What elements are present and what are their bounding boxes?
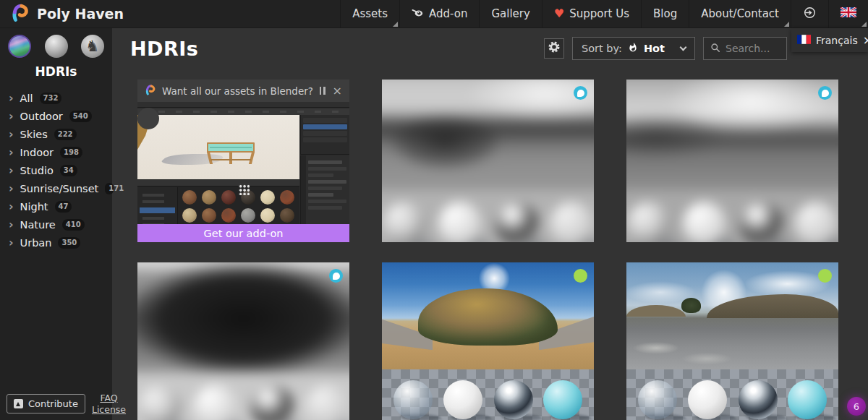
hdri-card-new-1[interactable] (382, 262, 594, 420)
asset-type-switcher: ♞ (0, 28, 112, 61)
hdri-card-upcoming-1[interactable] (382, 80, 594, 242)
all-assets-icon[interactable] (137, 108, 159, 129)
chevron-right-icon: › (9, 93, 14, 104)
top-nav: Poly Haven Assets Add-on Galle (0, 0, 868, 28)
blender-viewport (137, 115, 299, 179)
ad-header: Want all our assets in Blender? × (137, 80, 349, 102)
uk-flag-icon (841, 7, 856, 20)
chevron-right-icon: › (9, 129, 14, 140)
brand-name: Poly Haven (37, 6, 124, 22)
page-header: HDRIs Sort by: Hot (112, 28, 868, 69)
get-addon-button[interactable]: Get our add-on (137, 224, 349, 242)
asset-grid: Want all our assets in Blender? × (137, 80, 838, 420)
sidebar: ♞ HDRIs › All 732 › Outdoor 540 › Skies … (0, 28, 112, 420)
sort-label: Sort by: (582, 43, 622, 54)
nav-addon[interactable]: Add-on (399, 0, 479, 27)
nav-language-flag[interactable] (828, 0, 868, 27)
nav-about-contact[interactable]: About/Contact (689, 0, 791, 27)
chevron-right-icon: › (9, 183, 14, 194)
faq-link[interactable]: FAQ (100, 393, 117, 404)
count-badge: 350 (58, 237, 80, 249)
category-sunrise-sunset[interactable]: › Sunrise/Sunset 171 (0, 179, 112, 197)
france-flag-icon (797, 33, 811, 47)
hdri-card-new-2[interactable] (626, 262, 838, 420)
language-option-francais[interactable]: Français × (791, 28, 868, 52)
ad-title: Want all our assets in Blender? (162, 85, 313, 97)
chevron-down-icon (680, 43, 687, 51)
upcoming-asset-badge (574, 86, 587, 100)
category-outdoor[interactable]: › Outdoor 540 (0, 107, 112, 125)
chevron-right-icon: › (9, 111, 14, 122)
nav-gallery[interactable]: Gallery (479, 0, 541, 27)
dropdown-corner-icon (393, 22, 398, 27)
count-badge: 540 (69, 111, 92, 122)
dropdown-corner-icon (861, 22, 867, 27)
category-night[interactable]: › Night 47 (0, 197, 112, 215)
contribute-button[interactable]: Contribute (7, 394, 85, 413)
sidebar-title: HDRIs (0, 64, 112, 79)
textures-icon[interactable] (45, 35, 68, 58)
new-asset-badge (574, 269, 587, 283)
page-title: HDRIs (130, 38, 198, 60)
toolbar: Sort by: Hot (544, 37, 787, 60)
nav-login[interactable] (791, 0, 828, 27)
search-input[interactable] (726, 43, 780, 54)
category-list: › All 732 › Outdoor 540 › Skies 222 › In… (0, 89, 112, 252)
upcoming-asset-badge (329, 269, 343, 283)
nav-support-us[interactable]: ♥ Support Us (542, 0, 641, 27)
upload-icon (14, 399, 23, 408)
blender-asset-browser (137, 180, 299, 224)
poly-haven-logo-icon (10, 2, 30, 25)
search-box (703, 37, 787, 60)
legal-links: FAQ License (92, 393, 126, 416)
heart-icon: ♥ (554, 8, 564, 20)
chevron-right-icon: › (9, 237, 14, 249)
category-urban[interactable]: › Urban 350 (0, 233, 112, 252)
category-indoor[interactable]: › Indoor 198 (0, 143, 112, 161)
count-badge: 198 (60, 147, 82, 158)
dropdown-corner-icon (784, 22, 789, 27)
hdris-icon[interactable] (8, 35, 31, 58)
chevron-right-icon: › (9, 219, 14, 231)
sort-dropdown[interactable]: Sort by: Hot (572, 37, 695, 60)
hdri-thumbnail (626, 262, 838, 420)
poly-haven-logo-icon (145, 84, 156, 98)
nav-assets[interactable]: Assets (340, 0, 399, 27)
brand-logo[interactable]: Poly Haven (0, 0, 134, 27)
hdri-card-upcoming-3[interactable] (137, 262, 349, 420)
display-settings-button[interactable] (544, 38, 564, 59)
hdri-thumbnail (382, 80, 594, 242)
count-badge: 47 (55, 201, 72, 213)
count-badge: 222 (54, 129, 77, 140)
nav-blog[interactable]: Blog (641, 0, 689, 27)
flame-icon (628, 42, 638, 55)
blender-icon (412, 7, 424, 22)
category-skies[interactable]: › Skies 222 (0, 125, 112, 143)
table-model (207, 142, 255, 167)
close-icon[interactable]: × (863, 35, 868, 46)
category-studio[interactable]: › Studio 34 (0, 161, 112, 179)
blender-addon-ad-card[interactable]: Want all our assets in Blender? × (137, 80, 349, 242)
category-all[interactable]: › All 732 (0, 89, 112, 107)
notification-badge[interactable]: 6 (847, 397, 866, 416)
login-icon (803, 6, 817, 22)
category-nature[interactable]: › Nature 410 (0, 215, 112, 233)
blender-outliner (300, 115, 349, 155)
sidebar-footer: Contribute FAQ License (7, 393, 126, 416)
count-badge: 171 (105, 183, 114, 194)
pause-icon[interactable] (320, 87, 326, 95)
license-link[interactable]: License (92, 404, 126, 416)
close-icon[interactable]: × (333, 85, 342, 97)
upcoming-asset-badge (818, 86, 832, 100)
hdri-thumbnail (137, 262, 349, 420)
models-icon[interactable]: ♞ (81, 35, 104, 58)
nav-links: Assets Add-on Gallery ♥ S (340, 0, 868, 27)
count-badge: 732 (40, 93, 62, 104)
hdri-card-upcoming-2[interactable] (626, 80, 838, 242)
hdri-thumbnail (626, 80, 838, 242)
search-icon (710, 42, 720, 56)
count-badge: 410 (62, 219, 85, 231)
blender-properties (300, 155, 349, 224)
sort-value: Hot (644, 43, 665, 54)
blender-screenshot (137, 102, 349, 224)
